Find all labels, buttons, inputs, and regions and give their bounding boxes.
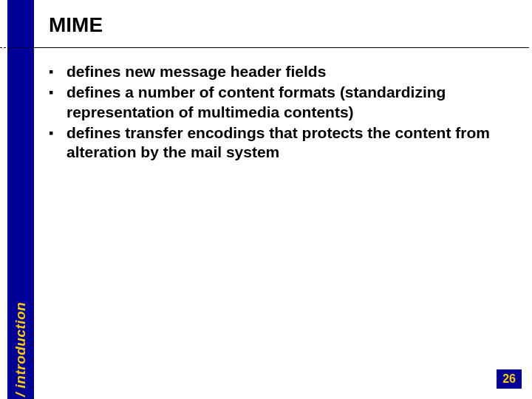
- bullet-icon: ▪: [49, 123, 66, 143]
- slide: S/MIME / introduction MIME ▪ defines new…: [0, 0, 532, 399]
- divider-dash: [0, 47, 35, 48]
- page-title: MIME: [49, 13, 103, 37]
- sidebar: S/MIME / introduction: [7, 0, 34, 399]
- list-item-text: defines new message header fields: [66, 62, 517, 81]
- sidebar-label: S/MIME / introduction: [13, 302, 29, 399]
- divider-solid: [35, 47, 529, 48]
- list-item: ▪ defines new message header fields: [49, 62, 517, 81]
- list-item-text: defines transfer encodings that protects…: [66, 123, 517, 163]
- content-area: ▪ defines new message header fields ▪ de…: [49, 62, 517, 163]
- bullet-icon: ▪: [49, 83, 66, 102]
- list-item: ▪ defines a number of content formats (s…: [49, 83, 517, 122]
- list-item-text: defines a number of content formats (sta…: [66, 83, 517, 122]
- page-number: 26: [497, 369, 522, 389]
- bullet-icon: ▪: [49, 62, 66, 81]
- list-item: ▪ defines transfer encodings that protec…: [49, 123, 517, 163]
